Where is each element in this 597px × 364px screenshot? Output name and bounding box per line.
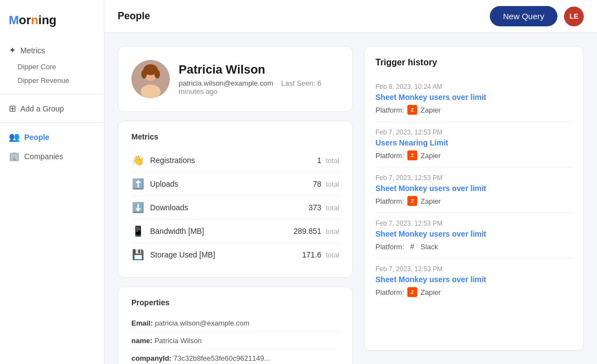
trigger-name[interactable]: Sheet Monkey users over limit: [375, 275, 572, 284]
app-logo: Morning: [0, 9, 104, 38]
platform-name: Zapier: [421, 197, 441, 205]
metric-value: 289.851 total: [294, 227, 339, 236]
trigger-date: Feb 8, 2023, 10:24 AM: [375, 83, 572, 91]
trigger-history-title: Trigger history: [375, 58, 572, 68]
metric-row: ⬆️ Uploads 78 total: [131, 172, 339, 196]
metric-row: 👋 Registrations 1 total: [131, 149, 339, 172]
property-value: patricia.wilson@example.com: [155, 319, 250, 327]
sidebar-sub-dipper-revenue[interactable]: Dipper Revenue: [0, 74, 104, 87]
property-row: name: Patricia Wilson: [131, 332, 339, 350]
metric-unit: total: [325, 204, 339, 212]
profile-info: Patricia Wilson patricia.wilson@example.…: [179, 63, 339, 96]
new-query-button[interactable]: New Query: [490, 6, 557, 26]
properties-card: Properties Email: patricia.wilson@exampl…: [118, 287, 353, 364]
add-group-icon: ⊞: [9, 103, 16, 114]
metrics-list: 👋 Registrations 1 total ⬆️ Uploads 78 to…: [131, 149, 339, 266]
user-avatar[interactable]: LE: [564, 7, 584, 26]
svg-point-5: [141, 70, 147, 79]
trigger-name[interactable]: Users Nearing Limit: [375, 138, 572, 147]
metric-icon: ⬇️: [131, 201, 145, 214]
trigger-list: Feb 8, 2023, 10:24 AM Sheet Monkey users…: [375, 76, 572, 304]
platform-name: Zapier: [421, 106, 441, 114]
sidebar-item-add-group[interactable]: ⊞ Add a Group: [0, 99, 104, 118]
profile-card: Patricia Wilson patricia.wilson@example.…: [118, 46, 353, 112]
properties-section-title: Properties: [131, 298, 339, 307]
trigger-name[interactable]: Sheet Monkey users over limit: [375, 229, 572, 238]
property-value: Patricia Wilson: [154, 337, 202, 345]
metric-unit: total: [325, 180, 339, 188]
topbar: People New Query LE: [104, 0, 597, 33]
profile-email: patricia.wilson@example.com: [179, 79, 273, 87]
trigger-platform: Platform: Z Zapier: [375, 105, 572, 115]
main-area: People New Query LE: [104, 0, 597, 364]
property-key: Email:: [131, 319, 153, 327]
people-icon: 👥: [9, 132, 20, 142]
metric-label: Downloads: [150, 203, 303, 212]
metric-value: 171.6 total: [302, 250, 339, 259]
topbar-right: New Query LE: [490, 6, 584, 26]
sidebar-divider-1: [0, 94, 104, 94]
svg-point-2: [141, 85, 161, 98]
zapier-icon: Z: [407, 196, 417, 206]
svg-point-6: [154, 70, 160, 79]
trigger-entry: Feb 7, 2023, 12:53 PM Sheet Monkey users…: [375, 213, 572, 259]
sidebar-metrics-section: ✦ Metrics Dipper Core Dipper Revenue: [0, 38, 104, 89]
trigger-platform: Platform: Z Zapier: [375, 287, 572, 297]
trigger-name[interactable]: Sheet Monkey users over limit: [375, 184, 572, 193]
trigger-platform: Platform: Z Zapier: [375, 150, 572, 160]
trigger-platform: Platform: Z Zapier: [375, 196, 572, 206]
platform-name: Slack: [421, 243, 438, 251]
zapier-icon: Z: [407, 287, 417, 297]
sidebar-item-metrics[interactable]: ✦ Metrics: [0, 41, 104, 60]
left-panel: Patricia Wilson patricia.wilson@example.…: [118, 46, 353, 351]
trigger-history-panel: Trigger history Feb 8, 2023, 10:24 AM Sh…: [364, 46, 584, 351]
sidebar-companies-label: Companies: [24, 152, 63, 161]
platform-name: Zapier: [421, 152, 441, 160]
trigger-date: Feb 7, 2023, 12:53 PM: [375, 220, 572, 227]
metric-icon: ⬆️: [131, 178, 145, 190]
metric-unit: total: [325, 251, 339, 259]
trigger-date: Feb 7, 2023, 12:53 PM: [375, 128, 572, 136]
platform-label: Platform:: [375, 197, 404, 205]
trigger-platform: Platform: # Slack: [375, 242, 572, 251]
profile-avatar: [131, 60, 170, 98]
metric-unit: total: [325, 227, 339, 236]
zapier-icon: Z: [407, 150, 417, 160]
platform-label: Platform:: [375, 243, 404, 251]
sidebar-metrics-label: Metrics: [20, 46, 45, 55]
metric-label: Uploads: [150, 180, 307, 188]
properties-list: Email: patricia.wilson@example.comname: …: [131, 315, 339, 364]
platform-label: Platform:: [375, 288, 404, 296]
property-value: 73c32b8fee53fe60c9621149...: [174, 354, 270, 362]
trigger-entry: Feb 7, 2023, 12:53 PM Users Nearing Limi…: [375, 122, 572, 167]
metric-label: Bandwidth [MB]: [150, 227, 288, 236]
profile-meta: patricia.wilson@example.com Last Seen: 6…: [179, 79, 339, 96]
platform-label: Platform:: [375, 152, 404, 160]
metric-value: 78 total: [313, 180, 339, 188]
platform-label: Platform:: [375, 106, 404, 114]
slack-icon: #: [407, 242, 417, 251]
property-key: name:: [131, 337, 152, 345]
sidebar-item-companies[interactable]: 🏢 Companies: [0, 147, 104, 166]
metric-row: 💾 Storage Used [MB] 171.6 total: [131, 243, 339, 266]
sidebar-add-group-label: Add a Group: [20, 104, 64, 113]
metrics-icon: ✦: [9, 45, 16, 55]
companies-icon: 🏢: [9, 151, 20, 161]
metric-value: 1 total: [317, 156, 339, 165]
metric-value: 373 total: [308, 203, 339, 212]
property-row: Email: patricia.wilson@example.com: [131, 315, 339, 332]
sidebar-sub-dipper-core[interactable]: Dipper Core: [0, 60, 104, 74]
page-title: People: [118, 10, 150, 22]
sidebar-item-people[interactable]: 👥 People: [0, 127, 104, 147]
sidebar: Morning ✦ Metrics Dipper Core Dipper Rev…: [0, 0, 104, 364]
metric-label: Registrations: [150, 156, 312, 165]
trigger-name[interactable]: Sheet Monkey users over limit: [375, 93, 572, 102]
property-key: companyId:: [131, 354, 172, 362]
trigger-entry: Feb 8, 2023, 10:24 AM Sheet Monkey users…: [375, 76, 572, 122]
metrics-card: Metrics 👋 Registrations 1 total ⬆️ Uploa…: [118, 121, 353, 278]
metric-label: Storage Used [MB]: [150, 250, 296, 259]
trigger-entry: Feb 7, 2023, 12:53 PM Sheet Monkey users…: [375, 167, 572, 213]
metric-icon: 📱: [131, 225, 145, 237]
profile-name: Patricia Wilson: [179, 63, 339, 77]
metric-icon: 👋: [131, 154, 145, 166]
